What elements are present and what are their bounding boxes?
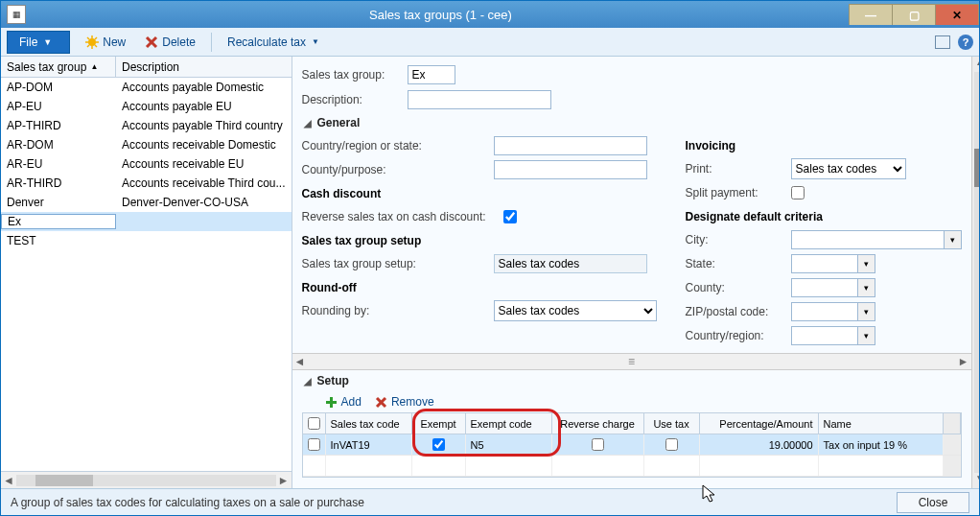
select-all-checkbox[interactable]	[308, 417, 320, 430]
scroll-left-icon[interactable]: ◄	[1, 474, 16, 487]
maximize-button[interactable]: ▢	[892, 4, 936, 25]
list-row[interactable]: AP-EUAccounts payable EU	[1, 97, 292, 116]
county-label: County:	[686, 281, 791, 294]
exempt-checkbox[interactable]	[432, 438, 445, 451]
list-cell-code: Denver	[1, 196, 116, 209]
row-select-checkbox[interactable]	[308, 438, 320, 451]
delete-button[interactable]: Delete	[141, 34, 199, 51]
add-label: Add	[341, 395, 362, 409]
print-label: Print:	[686, 162, 791, 176]
county-input[interactable]	[791, 278, 858, 297]
status-message: A group of sales tax codes for calculati…	[11, 496, 885, 509]
cash-discount-header: Cash discount	[302, 187, 657, 200]
col-reverse-charge[interactable]: Reverse charge	[552, 413, 644, 434]
list-h-scrollbar[interactable]: ◄ ►	[1, 471, 292, 488]
description-input[interactable]	[408, 90, 551, 109]
list-cell-desc: Accounts receivable EU	[116, 157, 292, 171]
menu-separator	[211, 33, 212, 52]
col-percentage[interactable]: Percentage/Amount	[700, 413, 819, 434]
scroll-thumb[interactable]	[974, 149, 979, 187]
country-region-state-input[interactable]	[494, 136, 647, 155]
window-title: Sales tax groups (1 - cee)	[32, 8, 850, 22]
zip-input[interactable]	[791, 302, 858, 321]
col-use-tax[interactable]: Use tax	[644, 413, 700, 434]
detail-h-scrollbar[interactable]: ◄ ≡ ►	[292, 353, 971, 370]
list-cell-code: AR-DOM	[1, 138, 116, 152]
sales-tax-group-input[interactable]	[408, 65, 455, 84]
list-row[interactable]: AR-DOMAccounts receivable Domestic	[1, 135, 292, 154]
collapse-icon: ◢	[304, 376, 312, 387]
chevron-down-icon: ▼	[43, 37, 52, 47]
county-dropdown-icon[interactable]: ▾	[858, 278, 875, 297]
plus-icon	[325, 396, 338, 409]
print-select[interactable]: Sales tax codes	[791, 158, 906, 179]
list-cell-code: AP-THIRD	[1, 119, 116, 132]
country-input[interactable]	[791, 326, 858, 345]
col-exempt[interactable]: Exempt	[412, 413, 466, 434]
list-row[interactable]: AP-DOMAccounts payable Domestic	[1, 78, 292, 97]
delete-label: Delete	[162, 35, 196, 49]
scroll-right-icon[interactable]: ►	[956, 355, 971, 368]
svg-line-8	[87, 45, 89, 47]
list-cell-code: AP-DOM	[1, 81, 116, 94]
list-row[interactable]: DenverDenver-Denver-CO-USA	[1, 193, 292, 212]
city-input[interactable]	[791, 230, 945, 249]
detail-v-scrollbar[interactable]: ▲ ▼	[971, 57, 979, 488]
cell-name: Tax on input 19 %	[819, 434, 944, 455]
new-button[interactable]: New	[82, 34, 129, 51]
table-row[interactable]	[303, 456, 961, 477]
view-toggle-icon[interactable]	[935, 35, 950, 49]
use-tax-checkbox[interactable]	[665, 438, 678, 451]
general-label: General	[317, 116, 361, 129]
city-dropdown-icon[interactable]: ▾	[945, 230, 962, 249]
list-col-description[interactable]: Description	[116, 60, 292, 74]
list-row[interactable]: TEST	[1, 231, 292, 250]
recalculate-tax-menu[interactable]: Recalculate tax	[223, 34, 323, 51]
scroll-down-icon[interactable]: ▼	[975, 473, 979, 488]
state-input[interactable]	[791, 254, 858, 273]
rounding-by-select[interactable]: Sales tax codes	[494, 300, 657, 321]
minimize-button[interactable]: —	[849, 4, 893, 25]
list-cell-desc: Accounts receivable Domestic	[116, 138, 292, 152]
scroll-up-icon[interactable]: ▲	[975, 57, 979, 72]
svg-line-5	[87, 37, 89, 39]
scroll-right-icon[interactable]: ►	[276, 474, 292, 487]
split-payment-checkbox[interactable]	[791, 186, 805, 199]
remove-button[interactable]: Remove	[375, 395, 434, 409]
file-menu[interactable]: File ▼	[7, 31, 70, 54]
country-label: Country/region:	[686, 329, 791, 342]
scroll-grip-icon: ≡	[308, 355, 956, 368]
reverse-cash-checkbox[interactable]	[503, 210, 517, 223]
list-row[interactable]: AR-THIRDAccounts receivable Third cou...	[1, 174, 292, 193]
zip-dropdown-icon[interactable]: ▾	[858, 302, 875, 321]
state-dropdown-icon[interactable]: ▾	[858, 254, 875, 273]
sort-asc-icon: ▲	[90, 62, 98, 71]
col-name[interactable]: Name	[819, 413, 944, 434]
col-sales-tax-code[interactable]: Sales tax code	[326, 413, 412, 434]
add-button[interactable]: Add	[325, 395, 362, 409]
svg-line-7	[95, 37, 97, 39]
scroll-left-icon[interactable]: ◄	[292, 355, 308, 368]
zip-label: ZIP/postal code:	[686, 305, 791, 318]
close-button[interactable]: Close	[897, 492, 969, 513]
close-window-button[interactable]: ✕	[935, 4, 979, 25]
list-col-sales-tax-group[interactable]: Sales tax group ▲	[1, 57, 116, 77]
country-dropdown-icon[interactable]: ▾	[858, 326, 875, 345]
list-cell-desc: Denver-Denver-CO-USA	[116, 196, 292, 209]
collapse-icon: ◢	[304, 118, 312, 129]
help-icon[interactable]: ?	[958, 35, 973, 50]
list-row[interactable]: AR-EUAccounts receivable EU	[1, 154, 292, 174]
scroll-thumb[interactable]	[35, 475, 93, 486]
setup-grid: Sales tax code Exempt Exempt code Revers…	[302, 412, 962, 478]
cell-percentage: 19.00000	[700, 434, 819, 455]
county-purpose-input[interactable]	[494, 160, 647, 179]
detail-panel: Sales tax group: Description: ◢ General	[292, 57, 979, 488]
list-row[interactable]: AP-THIRDAccounts payable Third country	[1, 116, 292, 135]
col-exempt-code[interactable]: Exempt code	[466, 413, 552, 434]
cell-sales-tax-code: InVAT19	[326, 434, 412, 455]
table-row[interactable]: InVAT19 N5 19.00000 Tax on input 19 %	[303, 434, 961, 456]
general-section-header[interactable]: ◢ General	[304, 116, 962, 129]
list-row[interactable]: Ex	[1, 212, 292, 231]
setup-section-header[interactable]: ◢ Setup	[304, 374, 962, 387]
reverse-charge-checkbox[interactable]	[592, 438, 604, 451]
